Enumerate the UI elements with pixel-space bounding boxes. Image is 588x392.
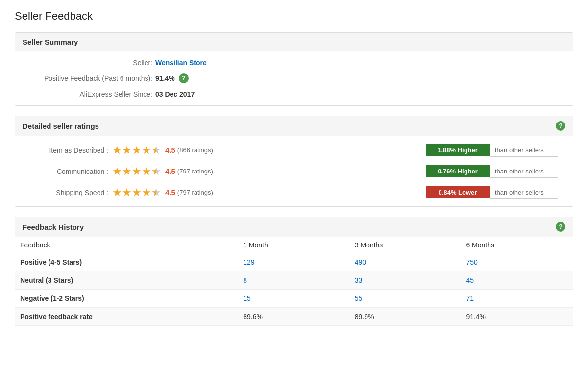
comparison-container-1: 0.76% Higherthan other sellers xyxy=(426,165,558,178)
detailed-ratings-header: Detailed seller ratings ? xyxy=(15,116,573,136)
rating-score-2: 4.5 xyxy=(165,188,175,196)
star-0-4: ★ xyxy=(151,145,161,156)
star-1-3: ★ xyxy=(142,166,151,177)
than-others-1: than other sellers xyxy=(490,165,558,178)
feedback-cell-1-2: 45 xyxy=(461,271,573,290)
feedback-cell-3-1: 89.9% xyxy=(350,308,462,326)
rating-label-1: Communication : xyxy=(30,168,108,175)
feedback-header-1: 1 Month xyxy=(238,237,350,253)
feedback-cell-2-2: 71 xyxy=(461,290,573,308)
seller-since-label: AliExpress Seller Since: xyxy=(30,90,152,98)
positive-feedback-value: 91.4% xyxy=(155,74,175,82)
page-title: Seller Feedback xyxy=(15,10,573,23)
rating-row-1: Communication :★★★★★4.5(797 ratings)0.76… xyxy=(30,165,558,178)
seller-name-link[interactable]: Wensilian Store xyxy=(155,59,207,67)
positive-feedback-label: Positive Feedback (Past 6 months): xyxy=(30,74,152,82)
seller-summary-header: Seller Summary xyxy=(15,33,573,51)
feedback-history-card: Feedback History ? Feedback1 Month3 Mont… xyxy=(15,217,573,326)
feedback-row-label-0: Positive (4-5 Stars) xyxy=(15,253,238,271)
feedback-cell-1-1: 33 xyxy=(350,271,462,290)
feedback-row-3: Positive feedback rate89.6%89.9%91.4% xyxy=(15,308,573,326)
comparison-badge-0: 1.88% Higher xyxy=(426,144,490,156)
seller-label: Seller: xyxy=(30,59,152,67)
feedback-row-0: Positive (4-5 Stars)129490750 xyxy=(15,253,573,271)
rating-count-1: (797 ratings) xyxy=(177,168,213,175)
seller-since-row: AliExpress Seller Since: 03 Dec 2017 xyxy=(30,90,558,98)
seller-summary-body: Seller: Wensilian Store Positive Feedbac… xyxy=(15,51,573,105)
feedback-table: Feedback1 Month3 Months6 MonthsPositive … xyxy=(15,237,573,326)
feedback-history-help-icon[interactable]: ? xyxy=(556,222,565,232)
star-2-4: ★ xyxy=(151,187,161,198)
star-0-0: ★ xyxy=(112,145,122,156)
feedback-history-body: Feedback1 Month3 Months6 MonthsPositive … xyxy=(15,237,573,326)
feedback-header-3: 6 Months xyxy=(461,237,573,253)
feedback-history-title: Feedback History xyxy=(23,223,84,231)
rating-stars-2: ★★★★★ xyxy=(112,187,161,198)
rating-count-0: (866 ratings) xyxy=(177,147,213,154)
rating-row-0: Item as Described :★★★★★4.5(866 ratings)… xyxy=(30,144,558,157)
seller-since-value: 03 Dec 2017 xyxy=(155,90,195,98)
seller-summary-card: Seller Summary Seller: Wensilian Store P… xyxy=(15,32,573,106)
comparison-container-0: 1.88% Higherthan other sellers xyxy=(426,144,558,157)
rating-row-2: Shipping Speed :★★★★★4.5(797 ratings)0.8… xyxy=(30,186,558,199)
rating-label-0: Item as Described : xyxy=(30,147,108,154)
feedback-row-label-1: Neutral (3 Stars) xyxy=(15,271,238,290)
feedback-row-2: Negative (1-2 Stars)155571 xyxy=(15,290,573,308)
than-others-2: than other sellers xyxy=(490,186,558,199)
rating-stars-0: ★★★★★ xyxy=(112,145,161,156)
feedback-cell-3-2: 91.4% xyxy=(461,308,573,326)
detailed-ratings-card: Detailed seller ratings ? Item as Descri… xyxy=(15,116,573,207)
feedback-cell-0-2: 750 xyxy=(461,253,573,271)
feedback-row-label-2: Negative (1-2 Stars) xyxy=(15,290,238,308)
rating-score-0: 4.5 xyxy=(165,146,175,154)
feedback-history-header: Feedback History ? xyxy=(15,217,573,237)
feedback-header-2: 3 Months xyxy=(350,237,462,253)
star-2-1: ★ xyxy=(122,187,132,198)
rating-stars-1: ★★★★★ xyxy=(112,166,161,177)
seller-summary-title: Seller Summary xyxy=(23,38,78,46)
star-0-2: ★ xyxy=(132,145,142,156)
star-2-3: ★ xyxy=(142,187,151,198)
feedback-cell-3-0: 89.6% xyxy=(238,308,350,326)
rating-count-2: (797 ratings) xyxy=(177,189,213,196)
star-2-2: ★ xyxy=(132,187,142,198)
star-1-4: ★ xyxy=(151,166,161,177)
than-others-0: than other sellers xyxy=(490,144,558,157)
detailed-ratings-title: Detailed seller ratings xyxy=(23,122,99,130)
star-1-0: ★ xyxy=(112,166,122,177)
feedback-cell-2-1: 55 xyxy=(350,290,462,308)
feedback-row-label-3: Positive feedback rate xyxy=(15,308,238,326)
star-1-1: ★ xyxy=(122,166,132,177)
star-0-3: ★ xyxy=(142,145,151,156)
positive-feedback-row: Positive Feedback (Past 6 months): 91.4%… xyxy=(30,74,558,83)
feedback-cell-0-1: 490 xyxy=(350,253,462,271)
rating-label-2: Shipping Speed : xyxy=(30,189,108,196)
detailed-ratings-help-icon[interactable]: ? xyxy=(556,121,565,131)
rating-score-1: 4.5 xyxy=(165,167,175,175)
feedback-cell-2-0: 15 xyxy=(238,290,350,308)
feedback-row-1: Neutral (3 Stars)83345 xyxy=(15,271,573,290)
feedback-header-0: Feedback xyxy=(15,237,238,253)
star-2-0: ★ xyxy=(112,187,122,198)
star-1-2: ★ xyxy=(132,166,142,177)
positive-feedback-help-icon[interactable]: ? xyxy=(179,74,189,83)
star-0-1: ★ xyxy=(122,145,132,156)
feedback-cell-1-0: 8 xyxy=(238,271,350,290)
seller-name-row: Seller: Wensilian Store xyxy=(30,59,558,67)
comparison-badge-1: 0.76% Higher xyxy=(426,165,490,177)
feedback-cell-0-0: 129 xyxy=(238,253,350,271)
detailed-ratings-body: Item as Described :★★★★★4.5(866 ratings)… xyxy=(15,136,573,206)
comparison-badge-2: 0.84% Lower xyxy=(426,186,490,198)
comparison-container-2: 0.84% Lowerthan other sellers xyxy=(426,186,558,199)
